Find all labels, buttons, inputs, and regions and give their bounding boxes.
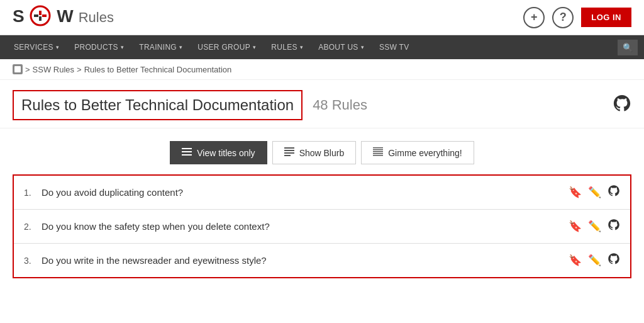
svg-rect-2 [42, 14, 47, 17]
github-icon[interactable] [613, 94, 631, 117]
table-row: 1. Do you avoid duplicating content? 🔖 ✏… [14, 176, 630, 210]
nav: SERVICES ▾ PRODUCTS ▾ TRAINING ▾ USER GR… [0, 35, 644, 59]
page-title: Rules to Better Technical Documentation [13, 90, 303, 120]
blurb-icon [284, 147, 294, 159]
svg-rect-11 [284, 150, 294, 151]
svg-rect-4 [39, 16, 42, 21]
chevron-down-icon: ▾ [300, 44, 303, 50]
gimme-everything-button[interactable]: Gimme everything! [361, 141, 474, 164]
view-toggles: View titles only Show Blurb Gimme everyt… [0, 128, 644, 174]
header: S W Rules + ? LOG IN [0, 0, 644, 35]
svg-rect-6 [14, 66, 21, 72]
edit-icon[interactable]: ✏️ [588, 220, 601, 233]
rule-title[interactable]: Do you know the safety step when you del… [42, 221, 569, 232]
breadcrumb-current: Rules to Better Technical Documentation [84, 65, 232, 74]
breadcrumb: > SSW Rules > Rules to Better Technical … [0, 59, 644, 80]
nav-item-training[interactable]: TRAINING ▾ [131, 35, 190, 59]
edit-icon[interactable]: ✏️ [588, 186, 601, 199]
rules-count: 48 Rules [313, 97, 367, 113]
chevron-down-icon: ▾ [253, 44, 256, 50]
show-blurb-button[interactable]: Show Blurb [272, 141, 357, 164]
search-button[interactable]: 🔍 [618, 40, 638, 55]
list-icon [182, 147, 192, 159]
github-icon[interactable] [608, 184, 620, 200]
svg-rect-7 [182, 148, 192, 149]
rule-actions: 🔖 ✏️ [569, 252, 620, 268]
rule-actions: 🔖 ✏️ [569, 218, 620, 234]
svg-rect-8 [182, 151, 192, 152]
rule-actions: 🔖 ✏️ [569, 184, 620, 200]
svg-rect-9 [182, 154, 192, 156]
rules-list: 1. Do you avoid duplicating content? 🔖 ✏… [13, 174, 631, 278]
bookmark-icon[interactable]: 🔖 [569, 254, 582, 267]
chevron-down-icon: ▾ [121, 44, 124, 50]
breadcrumb-ssw-rules[interactable]: SSW Rules [33, 65, 74, 74]
nav-item-rules[interactable]: RULES ▾ [264, 35, 311, 59]
svg-rect-18 [373, 155, 383, 156]
svg-point-0 [31, 6, 50, 25]
rule-number: 3. [24, 256, 42, 266]
table-row: 2. Do you know the safety step when you … [14, 210, 630, 244]
nav-item-about-us[interactable]: ABOUT US ▾ [311, 35, 372, 59]
everything-icon [373, 147, 383, 159]
login-button[interactable]: LOG IN [581, 8, 631, 27]
view-titles-only-button[interactable]: View titles only [170, 141, 267, 164]
svg-rect-1 [34, 14, 38, 17]
nav-item-services[interactable]: SERVICES ▾ [6, 35, 67, 59]
rule-title[interactable]: Do you write in the newsreader and eyewi… [42, 255, 569, 266]
logo-ssw-text: S W [13, 5, 74, 30]
header-actions: + ? LOG IN [523, 7, 631, 28]
svg-rect-10 [284, 147, 294, 149]
github-icon[interactable] [608, 252, 620, 268]
github-icon[interactable] [608, 218, 620, 234]
nav-item-ssw-tv[interactable]: SSW TV [372, 35, 417, 59]
table-row: 3. Do you write in the newsreader and ey… [14, 244, 630, 277]
edit-icon[interactable]: ✏️ [588, 254, 601, 267]
svg-rect-16 [373, 151, 383, 152]
help-button[interactable]: ? [552, 7, 574, 28]
nav-item-products[interactable]: PRODUCTS ▾ [67, 35, 131, 59]
nav-item-user-group[interactable]: USER GROUP ▾ [190, 35, 264, 59]
logo-circle-icon [30, 5, 51, 26]
add-button[interactable]: + [523, 7, 545, 28]
rule-number: 2. [24, 222, 42, 232]
svg-rect-15 [373, 149, 383, 150]
page-title-area: Rules to Better Technical Documentation … [0, 80, 644, 128]
logo: S W Rules [13, 5, 114, 30]
svg-rect-13 [284, 155, 291, 156]
svg-rect-3 [39, 11, 42, 15]
bookmark-icon[interactable]: 🔖 [569, 186, 582, 199]
rule-number: 1. [24, 188, 42, 198]
chevron-down-icon: ▾ [56, 44, 59, 50]
svg-rect-14 [373, 147, 383, 149]
chevron-down-icon: ▾ [179, 44, 182, 50]
svg-rect-12 [284, 152, 294, 154]
chevron-down-icon: ▾ [361, 44, 364, 50]
home-icon [13, 64, 23, 74]
rule-title[interactable]: Do you avoid duplicating content? [42, 187, 569, 198]
bookmark-icon[interactable]: 🔖 [569, 220, 582, 233]
logo-rules-text: Rules [79, 9, 114, 26]
svg-rect-17 [373, 153, 383, 154]
